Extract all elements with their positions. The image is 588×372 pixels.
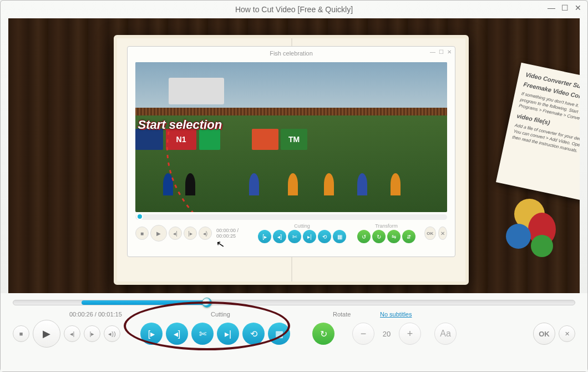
no-subtitles-link[interactable]: No subtitles — [380, 311, 412, 318]
volume-button[interactable]: ◂)) — [104, 325, 120, 342]
play-icon: ▶ — [43, 328, 50, 340]
stop-icon: ■ — [19, 330, 23, 337]
cancel-button[interactable]: ✕ — [559, 325, 575, 342]
inner-sel-start-icon: [▸ — [258, 230, 271, 243]
close-icon: ✕ — [565, 330, 570, 338]
inner-prev-button: ◂| — [169, 227, 182, 240]
inner-time: 00:00:00 / 00:00:25 — [216, 228, 245, 239]
maximize-button[interactable]: ☐ — [561, 4, 569, 12]
font-icon: Aa — [440, 329, 451, 339]
inner-play-button: ▶ — [150, 225, 167, 242]
frame-icon: ▦ — [275, 329, 283, 339]
inner-flip-h-icon: ⇋ — [387, 230, 401, 243]
zoom-value: 20 — [378, 330, 396, 338]
save-frame-button[interactable]: ▦ — [268, 323, 290, 345]
inner-rotate-left-icon: ↺ — [357, 230, 371, 243]
seek-handle[interactable] — [202, 298, 212, 308]
selection-start-icon: [▸ — [148, 329, 155, 339]
controls-panel: 00:00:26 / 00:01:15 Cutting Rotate No su… — [1, 293, 587, 371]
inner-next-button: |▸ — [184, 227, 197, 240]
seek-selection — [82, 300, 206, 305]
clear-selection-button[interactable]: ⟲ — [242, 323, 265, 345]
rotate-button[interactable]: ↻ — [312, 323, 334, 345]
app-window: How to Cut Video [Free & Quickly] — ☐ ✕ … — [0, 0, 588, 372]
titlebar: How to Cut Video [Free & Quickly] — ☐ ✕ — [1, 1, 587, 18]
trim-button[interactable]: ▸| — [217, 323, 239, 345]
rotate-icon: ↻ — [320, 329, 327, 339]
zoom-in-button[interactable]: + — [399, 323, 421, 345]
callout-start-selection: 1. Start selection — [135, 118, 222, 132]
video-preview[interactable]: Fish celebration —☐✕ N1 TM 1. Start sele… — [8, 18, 580, 293]
inner-trim-icon: ▸| — [303, 230, 316, 243]
inner-sel-end-icon: ◂] — [273, 230, 286, 243]
inner-frame-icon: ▦ — [333, 230, 346, 243]
font-button[interactable]: Aa — [434, 323, 457, 345]
inner-volume-button: ◂) — [199, 227, 212, 240]
zoom-out-button[interactable]: − — [352, 323, 374, 345]
seek-bar[interactable] — [13, 300, 575, 305]
selection-end-icon: ◂] — [174, 329, 180, 339]
close-button[interactable]: ✕ — [574, 4, 582, 12]
prev-frame-button[interactable]: ◂| — [64, 325, 80, 342]
inner-cut-icon: ✄ — [288, 230, 301, 243]
book-mockup: Fish celebration —☐✕ N1 TM 1. Start sele… — [114, 35, 469, 285]
minus-icon: − — [361, 328, 367, 340]
next-frame-button[interactable]: |▸ — [84, 325, 100, 342]
inner-transform-label: Transform — [375, 223, 398, 229]
inner-clear-icon: ⟲ — [318, 230, 331, 243]
inner-rotate-right-icon: ↻ — [372, 230, 386, 243]
inner-seekbar — [135, 214, 447, 220]
volume-icon: ◂)) — [108, 330, 115, 338]
trim-icon: ▸| — [225, 329, 231, 339]
paint-splash — [498, 193, 570, 271]
ad-tm: TM — [281, 129, 307, 150]
selection-end-button[interactable]: ◂] — [166, 323, 188, 345]
scissors-icon: ✄ — [199, 329, 206, 339]
cutting-toolbar: [▸ ◂] ✄ ▸| ⟲ ▦ — [140, 323, 290, 345]
inner-cutting-label: Cutting — [294, 223, 310, 229]
cutting-label: Cutting — [211, 311, 266, 318]
next-frame-icon: |▸ — [90, 330, 95, 338]
playback-time: 00:00:26 / 00:01:15 — [69, 311, 147, 318]
clear-icon: ⟲ — [250, 329, 257, 339]
stop-button[interactable]: ■ — [13, 325, 29, 342]
ok-button[interactable]: OK — [533, 323, 555, 345]
inner-window-title: Fish celebration — [270, 50, 313, 57]
inner-stop-button: ■ — [135, 227, 149, 240]
prev-frame-icon: ◂| — [70, 330, 75, 338]
inner-editor-mockup: Fish celebration —☐✕ N1 TM 1. Start sele… — [127, 46, 455, 257]
minimize-button[interactable]: — — [548, 4, 555, 12]
cut-button[interactable]: ✄ — [191, 323, 214, 345]
inner-video-frame: N1 TM 1. Start selection — [135, 62, 447, 212]
play-button[interactable]: ▶ — [33, 320, 60, 348]
inner-ok-button: OK — [424, 227, 435, 240]
selection-start-button[interactable]: [▸ — [140, 323, 163, 345]
inner-cancel-button: ✕ — [438, 227, 447, 240]
window-title: How to Cut Video [Free & Quickly] — [235, 5, 353, 14]
inner-flip-v-icon: ⇵ — [402, 230, 415, 243]
rotate-label: Rotate — [333, 311, 366, 318]
plus-icon: + — [407, 328, 413, 340]
